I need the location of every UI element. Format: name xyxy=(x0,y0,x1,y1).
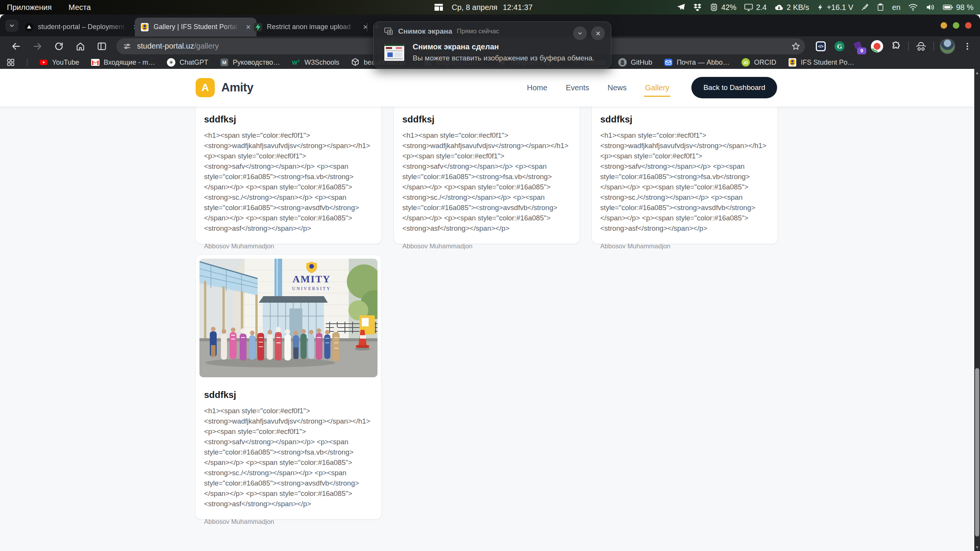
bookmark-chatgpt[interactable]: ✳ ChatGPT xyxy=(167,58,208,67)
tab-supabase[interactable]: Restrict anon image upload × xyxy=(248,18,374,36)
notification-app-name: Снимок экрана xyxy=(398,27,452,36)
chevron-down-icon xyxy=(8,22,15,29)
card-body-text: <h1><span style="color:#ecf0f1"><strong>… xyxy=(204,130,373,233)
net-speed-indicator[interactable]: 2 KB/s xyxy=(774,3,809,12)
notification-message: Вы можете вставить изображение из буфера… xyxy=(413,54,595,62)
brand[interactable]: A Amity xyxy=(196,78,253,97)
window-controls xyxy=(941,22,972,29)
devtools-extension-icon[interactable]: </> xyxy=(814,40,827,53)
dropbox-tray-icon[interactable] xyxy=(693,3,702,12)
home-button[interactable] xyxy=(72,38,89,55)
tab-deployments[interactable]: student-portal – Deployment × xyxy=(19,18,144,36)
volume-icon[interactable] xyxy=(926,3,936,11)
browser-menu-button[interactable] xyxy=(961,40,974,53)
guide-icon: M xyxy=(220,58,229,67)
bookmark-star-icon[interactable] xyxy=(791,42,800,51)
toolbar-divider xyxy=(933,42,934,51)
w3schools-icon: W3 xyxy=(291,58,301,67)
wifi-icon[interactable] xyxy=(908,3,918,11)
notification-thumbnail xyxy=(384,44,404,61)
screenshot-notification[interactable]: Снимок экрана Прямо сейчас Снимок экрана… xyxy=(373,21,611,68)
bookmark-gmail-inbox[interactable]: Входящие - m… xyxy=(91,58,155,67)
svg-text:W: W xyxy=(292,60,297,66)
mail-icon xyxy=(664,58,673,67)
card-title: sddfksj xyxy=(600,114,769,125)
bookmark-mail[interactable]: Почта — Abbo… xyxy=(664,58,730,67)
supabase-favicon xyxy=(253,23,263,32)
tab-search-button[interactable] xyxy=(5,20,18,32)
purple-extension-icon[interactable]: 9 xyxy=(852,40,865,53)
clipboard-tray-icon[interactable] xyxy=(876,3,885,12)
tab-close-button[interactable]: × xyxy=(362,23,369,31)
keyboard-layout-indicator[interactable]: en xyxy=(892,3,900,12)
github-icon xyxy=(618,58,627,67)
gallery-card[interactable]: AMITY UNIVERSITY xyxy=(196,255,381,519)
cloud-download-icon xyxy=(774,3,784,12)
date-label: Ср, 8 апреля xyxy=(452,3,497,12)
browser-window: student-portal – Deployment × Gallery | … xyxy=(0,15,980,551)
nav-news[interactable]: News xyxy=(608,83,627,92)
forward-button[interactable] xyxy=(29,38,46,55)
battery-icon xyxy=(943,3,953,11)
clock[interactable]: Ср, 8 апреля 12:41:37 xyxy=(452,3,532,12)
extensions-puzzle-icon[interactable] xyxy=(889,40,902,53)
window-close-button[interactable] xyxy=(965,22,972,29)
orcid-icon: iD xyxy=(741,58,750,67)
site-settings-icon[interactable] xyxy=(123,42,131,51)
grammarly-extension-icon[interactable]: G xyxy=(833,40,846,53)
places-menu[interactable]: Места xyxy=(69,3,91,12)
profile-avatar[interactable] xyxy=(940,39,955,54)
window-list-icon[interactable] xyxy=(434,3,443,11)
bookmark-youtube[interactable]: YouTube xyxy=(39,58,79,67)
nav-home[interactable]: Home xyxy=(527,83,547,92)
time-label: 12:41:37 xyxy=(503,3,532,12)
cpu-indicator[interactable]: 42% xyxy=(709,3,737,12)
battery-value: 98 % xyxy=(956,3,973,12)
svg-text:M: M xyxy=(222,60,227,65)
scroll-up-arrow[interactable]: ▲ xyxy=(974,70,980,76)
back-button[interactable] xyxy=(8,38,24,55)
page-scrollbar[interactable]: ▲ ▼ xyxy=(974,69,980,551)
window-minimize-button[interactable] xyxy=(941,22,947,29)
card-photo: AMITY UNIVERSITY xyxy=(199,259,377,377)
bookmark-w3schools[interactable]: W3 W3Schools xyxy=(291,58,339,67)
tab-title: student-portal – Deployment xyxy=(38,23,129,31)
notification-close-button[interactable] xyxy=(591,26,605,40)
bookmark-label: ORCID xyxy=(754,59,776,67)
chevron-down-icon xyxy=(577,30,583,36)
bookmark-github[interactable]: GitHub xyxy=(618,58,652,67)
back-to-dashboard-button[interactable]: Back to Dashboard xyxy=(691,77,777,98)
nav-gallery[interactable]: Gallery xyxy=(645,83,669,92)
tab-gallery-active[interactable]: Gallery | IFS Student Portal × xyxy=(135,18,256,36)
card-author: Abbosov Muhammadjon xyxy=(402,243,571,250)
battery-indicator[interactable]: 98 % xyxy=(943,3,973,12)
apps-grid-icon[interactable] xyxy=(6,58,15,67)
color-picker-tray-icon[interactable] xyxy=(861,3,869,11)
toolbar-divider xyxy=(908,42,909,51)
site-header: A Amity Home Events News Gallery Back to… xyxy=(0,69,974,106)
applications-menu[interactable]: Приложения xyxy=(7,3,52,12)
reload-button[interactable] xyxy=(51,38,67,55)
net-monitor-indicator[interactable]: 2.4 xyxy=(744,3,767,12)
bolt-icon xyxy=(817,3,824,12)
nav-events[interactable]: Events xyxy=(566,83,589,92)
bookmark-ifs-portal[interactable]: IFS Student Po… xyxy=(788,58,854,67)
screen-recorder-extension-icon[interactable] xyxy=(871,40,884,53)
cpu-icon xyxy=(709,3,719,12)
bookmark-guide[interactable]: M Руководство… xyxy=(220,58,280,67)
card-author: Abbosov Muhammadjon xyxy=(600,243,769,250)
voltage-indicator[interactable]: +16.1 V xyxy=(817,3,854,12)
cube-icon xyxy=(351,58,360,67)
side-panel-button[interactable] xyxy=(93,38,110,55)
window-maximize-button[interactable] xyxy=(953,22,959,29)
extensions-area: </> G 9 xyxy=(810,39,980,54)
youtube-icon xyxy=(39,58,48,67)
hat-wheels-extension-icon[interactable] xyxy=(915,40,928,53)
bookmark-orcid[interactable]: iD ORCID xyxy=(741,58,776,67)
scroll-down-arrow[interactable]: ▼ xyxy=(974,544,980,550)
bookmark-label: Входящие - m… xyxy=(104,59,155,67)
telegram-tray-icon[interactable] xyxy=(676,3,686,12)
scrollbar-thumb[interactable] xyxy=(975,368,979,536)
gmail-icon xyxy=(91,58,100,67)
notification-expand-button[interactable] xyxy=(573,26,587,40)
